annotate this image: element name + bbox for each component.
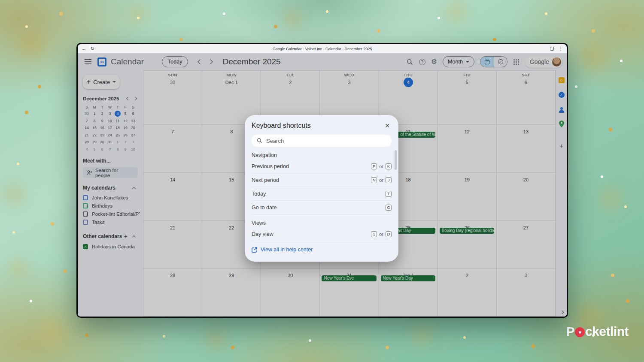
extensions-icon[interactable] — [550, 47, 554, 51]
search-icon — [257, 138, 262, 144]
shortcut-keys: 1orD — [371, 231, 392, 237]
dialog-title: Keyboard shortcuts — [252, 122, 311, 130]
close-icon[interactable]: ✕ — [383, 121, 392, 130]
brand-rest: cketlint — [585, 324, 629, 339]
external-link-icon — [252, 247, 257, 253]
browser-menu-icon[interactable]: ⋮ — [558, 46, 563, 51]
brand-letter: P — [566, 324, 574, 339]
key-cap: K — [386, 163, 392, 169]
back-icon[interactable]: ← — [82, 46, 86, 51]
keyboard-shortcuts-dialog: Keyboard shortcuts ✕ NavigationPrevious … — [245, 115, 398, 262]
dialog-scrollbar[interactable] — [395, 150, 397, 170]
or-label: or — [379, 164, 383, 169]
shortcut-row: Day view1orD — [252, 227, 392, 241]
shortcut-section-label: Views — [252, 220, 392, 227]
key-cap: 1 — [371, 231, 377, 237]
browser-chrome: ← ↻ Google Calendar - Valnet Inc - Calen… — [78, 44, 567, 53]
shortcut-row: Next periodNorJ — [252, 173, 392, 187]
pocket-lint-logo: P♥cketlint — [566, 324, 629, 339]
reload-icon[interactable]: ↻ — [91, 46, 94, 51]
shortcut-sections: NavigationPrevious periodPorKNext period… — [252, 152, 392, 241]
or-label: or — [379, 232, 383, 237]
shortcut-row: TodayT — [252, 187, 392, 201]
shortcut-label: Previous period — [252, 163, 289, 169]
key-cap: N — [371, 177, 377, 183]
help-center-link[interactable]: View all in help center — [252, 247, 392, 253]
help-center-link-label: View all in help center — [261, 247, 313, 253]
shortcut-label: Day view — [252, 231, 273, 237]
browser-tab-title: Google Calendar - Valnet Inc - Calendar … — [99, 47, 546, 51]
browser-window: ← ↻ Google Calendar - Valnet Inc - Calen… — [76, 43, 568, 318]
or-label: or — [379, 178, 383, 183]
shortcut-keys: G — [386, 205, 392, 211]
search-input[interactable] — [266, 138, 386, 144]
app-viewport: 31 Calendar Today December 2025 ? ⚙ Mont… — [78, 53, 567, 317]
shortcut-keys: PorK — [371, 163, 392, 169]
key-cap: J — [386, 177, 392, 183]
key-cap: T — [386, 191, 392, 197]
shortcut-row: Go to dateG — [252, 201, 392, 214]
key-cap: P — [371, 163, 377, 169]
key-cap: D — [386, 231, 392, 237]
shortcut-keys: NorJ — [371, 177, 392, 183]
heart-icon: ♥ — [575, 327, 585, 337]
shortcut-label: Today — [252, 191, 266, 197]
shortcut-search-field[interactable] — [252, 135, 392, 147]
key-cap: G — [386, 205, 392, 211]
shortcut-keys: T — [386, 191, 392, 197]
shortcut-row: Previous periodPorK — [252, 160, 392, 173]
shortcut-section-label: Navigation — [252, 152, 392, 160]
shortcut-label: Go to date — [252, 205, 276, 211]
shortcut-label: Next period — [252, 177, 279, 183]
